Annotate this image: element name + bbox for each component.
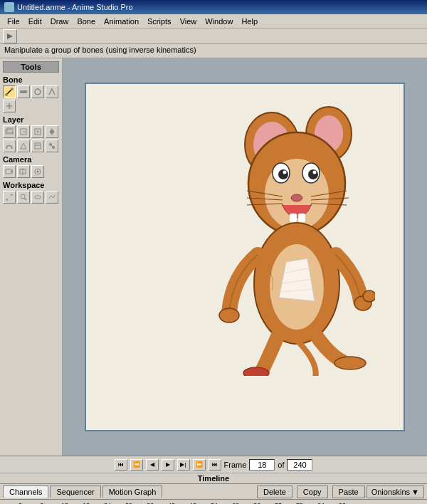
status-bar: Manipulate a group of bones (using inver… [0,44,427,58]
layer-tool-1[interactable] [3,125,16,138]
paste-button[interactable]: Paste [332,485,365,498]
camera-tool-3[interactable] [31,165,44,178]
svg-point-55 [219,308,239,322]
menu-draw[interactable]: Draw [46,16,73,27]
layer-tool-7[interactable] [31,140,44,152]
main-layout: Tools Bone Layer [0,58,427,456]
bone-tool-4[interactable] [46,85,58,98]
svg-marker-0 [7,33,13,39]
svg-rect-19 [35,143,41,149]
layer-tool-4[interactable] [46,125,58,138]
svg-point-42 [283,171,287,174]
workspace-section-label: Workspace [3,181,59,189]
bottom-area: ⏮ ⏪ ◀ ▶ ▶| ⏩ ⏭ Frame of Timeline Channel… [0,456,427,504]
layer-tool-8[interactable] [46,140,58,152]
menu-scripts[interactable]: Scripts [143,16,176,27]
delete-button[interactable]: Delete [257,485,292,498]
frame-label: Frame [224,461,247,469]
svg-point-43 [313,171,317,174]
camera-tools-row [3,165,59,178]
next-frame-button[interactable]: ▶| [177,459,190,471]
onionskins-button[interactable]: Onionskins ▼ [367,485,424,498]
title-bar: Untitled.anme - Anime Studio Pro [0,0,427,14]
step-forward-button[interactable]: ⏩ [193,459,206,471]
timeline-ruler: 0 6 12 18 24 30 36 42 48 54 60 66 72 78 … [0,500,427,504]
tab-motion-graph[interactable]: Motion Graph [102,485,163,498]
svg-point-2 [5,93,8,96]
total-frames-input[interactable] [287,459,312,471]
bone-section-label: Bone [3,75,59,84]
left-panel: Tools Bone Layer [0,58,63,456]
svg-point-15 [50,130,54,134]
svg-rect-45 [290,214,297,222]
step-back-button[interactable]: ⏪ [130,459,143,471]
workspace-tool-1[interactable] [3,191,16,204]
play-button[interactable]: ▶ [162,459,174,471]
svg-point-59 [334,357,366,369]
skip-to-end-button[interactable]: ⏭ [209,459,221,471]
svg-point-57 [363,290,375,302]
tools-header: Tools [3,61,59,73]
frame-input[interactable] [249,459,275,471]
workspace-tool-2[interactable] [17,191,30,204]
layer-section-label: Layer [3,115,59,124]
layer-tools-row-1 [3,125,59,138]
menu-bar: File Edit Draw Bone Animation Scripts Vi… [0,14,427,28]
menu-window[interactable]: Window [201,16,237,27]
svg-rect-46 [298,214,305,222]
camera-tool-2[interactable] [17,165,30,178]
window-title: Untitled.anme - Anime Studio Pro [17,3,133,11]
svg-point-30 [21,194,25,199]
svg-point-29 [37,171,39,173]
svg-rect-4 [20,90,27,93]
bone-tool-5[interactable] [3,100,16,112]
tab-channels[interactable]: Channels [3,485,48,498]
status-text: Manipulate a group of bones (using inver… [4,46,196,54]
tab-sequencer[interactable]: Sequencer [50,485,100,498]
jerry-illustration [218,105,375,376]
workspace-tool-3[interactable] [31,191,44,204]
layer-tools-row-2 [3,140,59,152]
menu-help[interactable]: Help [237,16,262,27]
camera-section-label: Camera [3,155,59,164]
prev-frame-button[interactable]: ◀ [146,459,159,471]
svg-line-23 [51,145,53,147]
bone-tools-row-2 [3,100,59,112]
toolbar-row [0,28,427,44]
layer-tool-3[interactable] [31,125,44,138]
menu-animation[interactable]: Animation [100,16,143,27]
svg-point-5 [35,89,41,95]
canvas-area [63,58,427,456]
svg-point-3 [11,88,14,90]
copy-button[interactable]: Copy [297,485,328,498]
bone-tool-3[interactable] [31,85,44,98]
bone-tool-1[interactable] [3,85,16,98]
dropdown-arrow-icon: ▼ [411,488,419,496]
menu-file[interactable]: File [3,16,24,27]
menu-view[interactable]: View [176,16,201,27]
svg-point-41 [308,169,318,179]
bone-tool-2[interactable] [17,85,30,98]
svg-rect-24 [6,169,11,174]
menu-edit[interactable]: Edit [24,16,46,27]
svg-marker-18 [21,143,26,149]
camera-tool-1[interactable] [3,165,16,178]
workspace-tool-4[interactable] [46,191,58,204]
layer-tool-5[interactable] [3,140,16,152]
svg-point-58 [243,367,269,376]
svg-point-44 [291,194,302,201]
svg-point-40 [278,169,288,179]
svg-line-31 [25,199,27,201]
menu-bone[interactable]: Bone [73,16,100,27]
skip-to-start-button[interactable]: ⏮ [115,459,127,471]
bone-tools-row [3,85,59,98]
timeline-label: Timeline [0,473,427,484]
canvas-inner[interactable] [85,83,405,431]
layer-tool-2[interactable] [17,125,30,138]
timeline-tabs: Channels Sequencer Motion Graph Delete C… [0,484,427,500]
toolbar-btn[interactable] [3,29,17,43]
layer-tool-6[interactable] [17,140,30,152]
of-label: of [278,461,284,469]
playback-controls: ⏮ ⏪ ◀ ▶ ▶| ⏩ ⏭ Frame of [0,456,427,473]
app-icon [4,2,14,12]
